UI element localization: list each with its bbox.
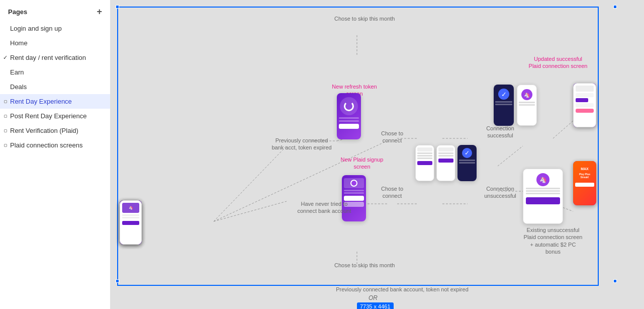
page-dot-icon — [4, 144, 7, 147]
handle-tr[interactable] — [613, 5, 617, 9]
annotation-prev-connected-not-expired: Previously connected bank account, token… — [327, 286, 478, 293]
annotation-connection-successful: Connection successful — [478, 125, 523, 139]
screen-successful-plaid-dark: ✓ — [494, 85, 514, 126]
svg-line-0 — [214, 146, 287, 221]
page-dot-icon — [4, 115, 7, 118]
sidebar-item-label: Rent Day Experience — [10, 98, 72, 105]
annotation-chose-connect-top: Chose to connect — [372, 130, 412, 144]
pages-title: Pages — [8, 8, 27, 16]
check-icon: ✓ — [3, 54, 8, 61]
annotation-have-never-tried: Have never tried to connect bank account — [297, 200, 352, 215]
sidebar-item-label: Login and sign up — [10, 25, 62, 32]
sidebar-item-rentday-verify[interactable]: ✓ Rent day / rent verification — [0, 50, 110, 65]
annotation-chose-skip-top: Chose to skip this month — [334, 15, 395, 22]
handle-br[interactable] — [613, 279, 617, 283]
right-screens-cluster — [573, 83, 596, 127]
sidebar-item-label: Deals — [10, 83, 27, 91]
sidebar-item-rentday-exp[interactable]: Rent Day Experience — [0, 94, 110, 109]
annotation-prev-connected-expired: Previously connected bank acct, token ex… — [271, 137, 332, 151]
dimension-badge: 7735 x 4461 — [357, 302, 394, 309]
sidebar-item-earn[interactable]: Earn — [0, 65, 110, 80]
sidebar-item-label: Home — [10, 39, 28, 47]
screen-unsuccessful-plaid: 🦄 — [523, 169, 563, 224]
sidebar-item-label: Rent Verification (Plaid) — [10, 127, 78, 134]
handle-bl[interactable] — [116, 279, 119, 283]
page-dot-icon — [4, 100, 7, 103]
screen-plaid-flow-1 — [415, 145, 434, 181]
svg-line-10 — [498, 146, 523, 166]
svg-line-12 — [553, 121, 573, 138]
screen-successful-plaid-white: 🦄 — [517, 85, 537, 126]
annotation-connection-unsuccessful: Connection unsuccessful — [478, 185, 523, 200]
sidebar-item-deals[interactable]: Deals — [0, 80, 110, 94]
sidebar-item-home[interactable]: Home — [0, 36, 110, 50]
sidebar-item-label: Earn — [10, 68, 24, 76]
screen-plaid-flow-3: ✓ — [457, 145, 477, 181]
screen-plaid-flow-2 — [436, 145, 455, 181]
annotation-chose-connect-bottom: Chose to connect — [372, 185, 412, 200]
sidebar-item-label: Rent day / rent verification — [10, 54, 86, 61]
annotation-existing-unsuccessful: Existing unsuccessful Plaid connection s… — [523, 226, 583, 255]
annotation-updated-successful: Updated successful Plaid connection scre… — [528, 55, 588, 70]
annotation-chose-skip-bottom: Chose to skip this month — [334, 262, 395, 269]
sidebar-header: Pages + — [0, 0, 110, 21]
sidebar-item-label: Post Rent Day Experience — [10, 112, 86, 120]
canvas-content: Chose to skip this month Updated success… — [116, 5, 618, 297]
sidebar-item-rent-verify-plaid[interactable]: Rent Verification (Plaid) — [0, 123, 110, 138]
canvas-area[interactable]: Chose to skip this month Updated success… — [111, 0, 644, 309]
svg-line-1 — [214, 201, 287, 221]
annotation-new-plaid-signup: New Plaid signup screen — [339, 156, 385, 171]
or-label: OR — [369, 294, 378, 301]
sidebar-item-plaid-screens[interactable]: Plaid connection screens — [0, 138, 110, 152]
page-dot-icon — [4, 129, 7, 132]
sidebar: Pages + Login and sign up Home ✓ Rent da… — [0, 0, 111, 309]
add-page-button[interactable]: + — [97, 7, 102, 16]
sidebar-item-label: Plaid connection screens — [10, 141, 83, 149]
handle-tl[interactable] — [116, 5, 119, 9]
sidebar-item-login[interactable]: Login and sign up — [0, 21, 110, 36]
sidebar-item-post-rentday[interactable]: Post Rent Day Experience — [0, 109, 110, 123]
screen-refresh-token — [337, 93, 361, 139]
